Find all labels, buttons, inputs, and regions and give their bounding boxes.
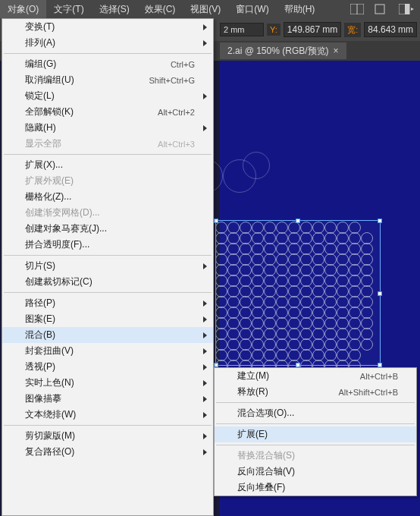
menu-item[interactable]: 隐藏(H) [2,120,213,136]
menu-item[interactable]: 图案(E) [2,311,213,327]
chevron-right-icon [203,380,207,386]
menu-object[interactable]: 对象(O) [0,0,46,18]
menu-item[interactable]: 锁定(L) [2,88,213,104]
menu-item: 替换混合轴(S) [215,448,416,464]
layout-toggle-icon[interactable] [399,4,412,14]
menu-effect[interactable]: 效果(C) [137,0,183,18]
chevron-right-icon [203,125,207,131]
chevron-right-icon [203,263,207,269]
menu-item[interactable]: 栅格化(Z)... [2,189,213,205]
menu-item[interactable]: 建立(M)Alt+Ctrl+B [215,368,416,384]
object-menu-dropdown: 变换(T)排列(A)编组(G)Ctrl+G取消编组(U)Shift+Ctrl+G… [2,18,214,516]
menu-item[interactable]: 路径(P) [2,295,213,311]
menubar: 对象(O) 文字(T) 选择(S) 效果(C) 视图(V) 窗口(W) 帮助(H… [0,0,420,18]
chevron-right-icon [203,348,207,354]
width-label: 宽: [344,23,361,37]
menu-item[interactable]: 封套扭曲(V) [2,343,213,359]
layout-icon[interactable] [350,4,364,14]
svg-rect-2 [375,5,384,14]
x-value-suffix: 2 mm [220,23,264,36]
menu-item[interactable]: 排列(A) [2,35,213,51]
menu-window[interactable]: 窗口(W) [228,0,276,18]
chevron-right-icon [203,24,207,30]
chevron-right-icon [203,93,207,99]
y-field[interactable]: 149.867 mm [284,22,341,37]
chevron-right-icon [203,396,207,402]
y-label: Y: [267,24,281,36]
menu-item[interactable]: 复合路径(O) [2,444,213,460]
tab-document[interactable]: 2.ai @ 150% (RGB/预览) × [220,42,346,59]
menu-item: 创建渐变网格(D)... [2,205,213,221]
chevron-right-icon [203,316,207,322]
menu-item[interactable]: 取消编组(U)Shift+Ctrl+G [2,72,213,88]
menu-item[interactable]: 切片(S) [2,258,213,274]
svg-rect-4 [405,4,409,14]
menu-item[interactable]: 文本绕排(W) [2,407,213,423]
close-icon[interactable]: × [334,46,339,56]
menu-item[interactable]: 创建对象马赛克(J)... [2,221,213,237]
blend-submenu-dropdown: 建立(M)Alt+Ctrl+B释放(R)Alt+Shift+Ctrl+B混合选项… [214,367,417,496]
chevron-right-icon [203,412,207,418]
chevron-right-icon [203,332,207,338]
menu-item[interactable]: 反向堆叠(F) [215,480,416,496]
chevron-right-icon [203,300,207,307]
menu-item[interactable]: 混合(B) [2,327,213,343]
chevron-right-icon [203,40,207,46]
menu-item[interactable]: 编组(G)Ctrl+G [2,56,213,72]
menu-help[interactable]: 帮助(H) [277,0,323,18]
menu-item[interactable]: 图像描摹 [2,391,213,407]
menu-item[interactable]: 透视(P) [2,359,213,375]
menu-item[interactable]: 拼合透明度(F)... [2,237,213,253]
chevron-right-icon [203,449,207,455]
menu-item[interactable]: 实时上色(N) [2,375,213,391]
menu-item: 扩展外观(E) [2,173,213,189]
chevron-right-icon [203,433,207,439]
menu-item[interactable]: 反向混合轴(V) [215,464,416,480]
menu-item[interactable]: 变换(T) [2,19,213,35]
tab-label: 2.ai @ 150% (RGB/预览) [227,45,329,58]
chevron-right-icon [203,364,207,370]
menu-select[interactable]: 选择(S) [92,0,137,18]
menu-item: 显示全部Alt+Ctrl+3 [2,136,213,152]
menu-item[interactable]: 创建裁切标记(C) [2,274,213,290]
width-field[interactable]: 84.643 mm [364,22,417,37]
menu-item[interactable]: 扩展(X)... [2,157,213,173]
menu-text[interactable]: 文字(T) [46,0,91,18]
selection-box [215,220,381,366]
menu-view[interactable]: 视图(V) [183,0,228,18]
menu-item[interactable]: 扩展(E) [215,426,416,442]
menu-item[interactable]: 释放(R)Alt+Shift+Ctrl+B [215,384,416,400]
doc-icon[interactable] [375,4,388,14]
menu-item[interactable]: 剪切蒙版(M) [2,428,213,444]
menu-item[interactable]: 混合选项(O)... [215,405,416,421]
menu-item[interactable]: 全部解锁(K)Alt+Ctrl+2 [2,104,213,120]
